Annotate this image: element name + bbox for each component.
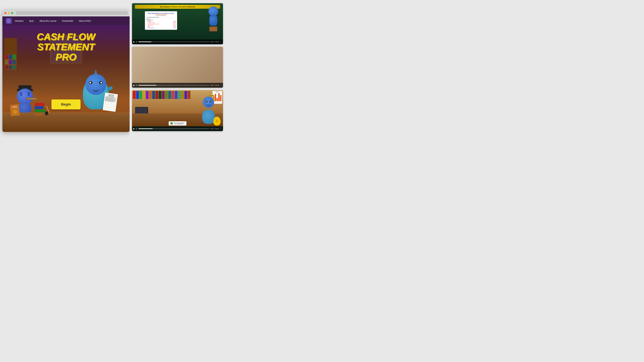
minimize-button[interactable]	[8, 12, 10, 14]
shelf-book	[168, 91, 171, 99]
nav-about-iosh[interactable]: About IOSH	[79, 20, 91, 22]
video-controls-2: ▶ 🔊 00:17 / 01:47 ⛶	[132, 83, 223, 88]
bookshelf-left	[4, 38, 17, 70]
shelf-book	[158, 91, 162, 99]
shelf-row	[5, 60, 16, 64]
shelf-book	[139, 91, 142, 99]
mha-icon: 🔒	[170, 122, 173, 125]
video-controls-1: ▶ 🔊 00:17 / 01:47 ⛶	[132, 39, 223, 44]
cfs-row3: Inventory purchases(20,000)	[146, 22, 176, 23]
thumbnail-conference[interactable]: Accountancy Trainees Annual Conference M…	[132, 3, 223, 44]
thumbnail-interactive[interactable]: Click on each section Operations Investi…	[132, 47, 223, 88]
play-icon-2[interactable]: ▶	[133, 84, 135, 86]
progress-fill-2	[138, 85, 156, 86]
cfs-row1: Cash receipts from:	[146, 19, 176, 21]
shelf-book	[5, 55, 8, 59]
cash-flow-document: Cash Flow Statement	[103, 92, 118, 112]
browser-content: Modules Quiz About the course Downloads …	[2, 16, 130, 132]
shelf-book	[9, 55, 12, 59]
shelf-row	[5, 54, 16, 59]
shelf-book	[152, 91, 155, 99]
shelf-book	[155, 91, 158, 99]
play-icon-3[interactable]: ▶	[133, 128, 135, 130]
character-head-right	[85, 74, 106, 95]
cfs-heading: Cash Flow Statement	[146, 14, 176, 15]
navigation-bar: Modules Quiz About the course Downloads …	[2, 16, 130, 25]
cfs-company: Many Happy Returns Accountancy Limited	[146, 12, 176, 14]
shelf-book	[136, 91, 139, 99]
fullscreen-icon-1[interactable]: ⛶	[220, 41, 222, 43]
character-body-accountant	[202, 109, 215, 124]
logo-face	[6, 19, 11, 23]
hero-title: CASH FLOW STATEMENT PRO	[34, 32, 98, 62]
thumbnail1-content: Accountancy Trainees Annual Conference M…	[132, 3, 223, 44]
shelf-book	[184, 91, 187, 99]
time-label-1: 00:17 / 01:47	[210, 41, 219, 43]
shelf-book	[12, 60, 16, 64]
shelf-book	[12, 65, 16, 69]
character-left: FINANCIALSTATEMENTS £ TOP INVESTOR	[12, 84, 38, 116]
shelf-book	[165, 91, 168, 99]
shelf-book	[142, 91, 146, 99]
cfs-row7: cf from Operations32,500	[146, 27, 176, 28]
logo[interactable]	[6, 18, 12, 24]
nav-links: Modules Quiz About the course Downloads …	[15, 19, 91, 22]
shelf-book	[172, 91, 174, 99]
shelf-book	[133, 91, 136, 99]
fullscreen-icon-2[interactable]: ⛶	[220, 84, 222, 86]
character-head-left	[17, 88, 33, 105]
volume-icon-3[interactable]: 🔊	[136, 128, 138, 129]
coin-bag: £	[213, 117, 220, 125]
address-bar[interactable]	[16, 11, 128, 15]
progress-fill-1	[138, 41, 151, 42]
shelf-book	[181, 91, 184, 99]
shelf-book	[9, 60, 12, 64]
close-button[interactable]	[4, 12, 6, 14]
right-panel: Accountancy Trainees Annual Conference M…	[130, 0, 226, 145]
book-stack	[34, 103, 45, 116]
thumbnail-accountant[interactable]: YEAR +	[132, 90, 223, 131]
volume-icon-1[interactable]: 🔊	[136, 41, 138, 43]
mha-text: MANY HAPPY RETURNS ACCOUNTANCY	[174, 122, 185, 124]
video-controls-3: ▶ 🔊 00:17 / 01:47 ⛶	[132, 126, 223, 131]
cfs-row5: Wage expenses(12,000)	[146, 25, 176, 26]
play-icon-1[interactable]: ▶	[133, 41, 135, 43]
shelf-book	[9, 65, 12, 69]
maximize-button[interactable]	[11, 12, 13, 14]
begin-button[interactable]: Begin	[51, 99, 80, 109]
progress-bar-3[interactable]	[138, 128, 210, 129]
hero-title-text: CASH FLOW STATEMENT PRO	[34, 32, 98, 62]
cfs-row4: Accounting and admin expenses(8,000)	[146, 23, 176, 25]
browser-window: Modules Quiz About the course Downloads …	[2, 10, 130, 132]
progress-bar-1[interactable]	[138, 41, 210, 42]
fullscreen-icon-3[interactable]: ⛶	[220, 128, 222, 130]
shelf-book	[162, 91, 165, 99]
browser-chrome	[2, 10, 130, 16]
shelf-book	[5, 60, 8, 64]
progress-bar-2[interactable]	[138, 85, 210, 86]
shelf-book	[5, 65, 8, 69]
cfs-cash-beginning: Cash at beginning of Fiscal Quarter	[146, 16, 176, 18]
cfs-sub: For the Fiscal Quarter	[146, 15, 176, 16]
shelf-book	[149, 91, 152, 99]
volume-icon-2[interactable]: 🔊	[136, 84, 138, 86]
mha-logo: 🔒 MANY HAPPY RETURNS ACCOUNTANCY	[168, 121, 186, 125]
nav-quiz[interactable]: Quiz	[29, 20, 34, 22]
shelf-book	[188, 91, 190, 99]
shelf-book	[146, 91, 148, 99]
time-label-3: 00:17 / 01:47	[210, 128, 219, 129]
shelf-book	[175, 91, 178, 99]
nav-downloads[interactable]: Downloads	[62, 20, 73, 22]
cfs-row2: Customers75,500	[146, 21, 176, 22]
character-accountant: Accountant	[200, 98, 216, 119]
time-label-2: 00:17 / 01:47	[210, 84, 219, 86]
shelf-book	[178, 91, 181, 99]
shelf-book	[12, 55, 16, 59]
hero-section: CASH FLOW STATEMENT PRO	[2, 25, 130, 132]
character-head-accountant: Accountant	[203, 96, 214, 108]
nav-about-course[interactable]: About the course	[40, 20, 56, 22]
top-investor-sign: TOP INVESTOR	[26, 98, 37, 100]
cfs-row6: Interest(3,000)	[146, 26, 176, 27]
nav-modules[interactable]: Modules	[15, 20, 24, 22]
shelf-row	[5, 65, 16, 70]
